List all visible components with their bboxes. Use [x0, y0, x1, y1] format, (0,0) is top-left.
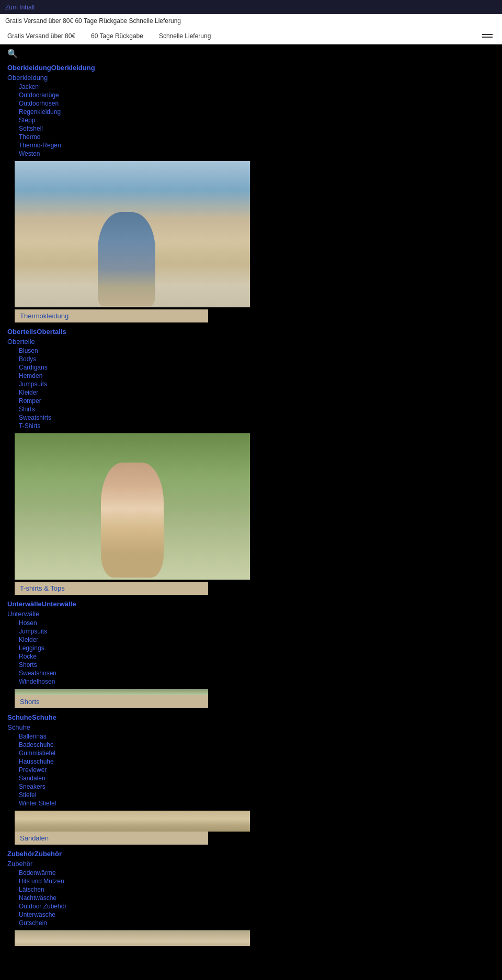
nav-gummistiefel[interactable]: Gummistiefel — [7, 749, 495, 757]
nav-sweatshirts[interactable]: Sweatshirts — [7, 413, 495, 422]
nav-romper[interactable]: Romper — [7, 397, 495, 405]
nav-softshell[interactable]: Softshell — [7, 124, 495, 133]
nav-oberteile-sub[interactable]: Oberteile — [7, 337, 495, 347]
search-icon[interactable]: 🔍 — [7, 49, 18, 59]
header-shipping: Gratis Versand über 80€ — [7, 32, 75, 40]
nav-outdoorhosen[interactable]: Outdoorhosen — [7, 99, 495, 108]
hamburger-line-2 — [482, 37, 493, 38]
sandalen-image — [15, 811, 250, 832]
nav-hausschuhe[interactable]: Hausschuhe — [7, 757, 495, 766]
shorts-section: Shorts — [15, 689, 495, 708]
nav-hosen[interactable]: Hosen — [7, 619, 495, 627]
nav-oberteile-main[interactable]: OberteilsObertails — [7, 327, 495, 337]
nav-section-oberkleidung: OberkleidungOberkleidung Oberkleidung Ja… — [7, 63, 495, 158]
nav-cardigans[interactable]: Cardigans — [7, 363, 495, 372]
nav-previewer[interactable]: Previewer — [7, 766, 495, 774]
beach-boy-placeholder — [15, 161, 250, 307]
hamburger-line-1 — [482, 34, 493, 35]
header-delivery: Schnelle Lieferung — [159, 32, 211, 40]
nav-tshirts[interactable]: T-Shirts — [7, 422, 495, 430]
nav-hits-mützen[interactable]: Hits und Mützen — [7, 877, 495, 885]
nav-schuhe-main[interactable]: SchuheSchuhe — [7, 712, 495, 722]
grass-girl-placeholder — [15, 433, 250, 580]
search-bar: 🔍 — [0, 44, 502, 63]
nav-kleider-2[interactable]: Kleider — [7, 636, 495, 644]
nav-westen[interactable]: Westen — [7, 149, 495, 158]
thermokleidung-link[interactable]: Thermokleidung — [20, 312, 69, 320]
thermokleidung-label-bar: Thermokleidung — [15, 309, 208, 322]
shorts-image-bar — [15, 689, 208, 695]
nav-outdooranüge[interactable]: Outdooranüge — [7, 91, 495, 99]
nav-bodenwärme[interactable]: Bodenwärme — [7, 869, 495, 877]
announcement-text: Gratis Versand über 80€ 60 Tage Rückgabe… — [5, 17, 181, 25]
nav-shorts[interactable]: Shorts — [7, 661, 495, 669]
nav-thermo[interactable]: Thermo — [7, 133, 495, 141]
nav-jumpsuits[interactable]: Jumpsuits — [7, 380, 495, 388]
nav-sandalen[interactable]: Sandalen — [7, 774, 495, 782]
nav-outdoor-zubehör[interactable]: Outdoor Zubehör — [7, 902, 495, 910]
nav-windelhosen[interactable]: Windelhosen — [7, 677, 495, 686]
main-nav: OberkleidungOberkleidung Oberkleidung Ja… — [0, 63, 502, 951]
nav-stiefel[interactable]: Stiefel — [7, 791, 495, 799]
announcement-bar: Gratis Versand über 80€ 60 Tage Rückgabe… — [0, 14, 502, 28]
thermokleidung-section: Thermokleidung — [15, 161, 495, 322]
nav-blusen[interactable]: Blusen — [7, 347, 495, 355]
nav-stepp[interactable]: Stepp — [7, 116, 495, 124]
sandalen-label-bar: Sandalen — [15, 832, 208, 845]
tshirts-section: T-shirts & Tops — [15, 433, 495, 595]
header-nav: Gratis Versand über 80€ 60 Tage Rückgabe… — [0, 28, 502, 44]
shorts-label-bar: Shorts — [15, 695, 208, 708]
nav-oberkleidung-sub[interactable]: Oberkleidung — [7, 73, 495, 83]
nav-section-schuhe: SchuheSchuhe Schuhe Ballerinas Badeschuh… — [7, 712, 495, 808]
nav-gutschein[interactable]: Gutschein — [7, 919, 495, 927]
nav-section-zubehör: ZubehörZubehör Zubehör Bodenwärme Hits u… — [7, 849, 495, 927]
nav-jacken[interactable]: Jacken — [7, 83, 495, 91]
header-return: 60 Tage Rückgabe — [91, 32, 143, 40]
skip-link[interactable]: Zum Inhalt — [5, 4, 35, 11]
nav-lätschen[interactable]: Lätschen — [7, 885, 495, 894]
nav-badeschuhe[interactable]: Badeschuhe — [7, 741, 495, 749]
nav-zubehör-sub[interactable]: Zubehör — [7, 859, 495, 869]
tshirts-link[interactable]: T-shirts & Tops — [20, 584, 65, 592]
nav-sweatshosen[interactable]: Sweatshosen — [7, 669, 495, 677]
nav-bodys[interactable]: Bodys — [7, 355, 495, 363]
nav-sneakers[interactable]: Sneakers — [7, 782, 495, 791]
nav-section-unterwälle: UnterwälleUnterwälle Unterwälle Hosen Ju… — [7, 599, 495, 686]
nav-leggings[interactable]: Leggings — [7, 644, 495, 652]
skip-bar: Zum Inhalt — [0, 0, 502, 14]
nav-shirts[interactable]: Shirts — [7, 405, 495, 413]
tshirts-label-bar: T-shirts & Tops — [15, 582, 208, 595]
nav-hemden[interactable]: Hemden — [7, 372, 495, 380]
nav-jumpsuits-2[interactable]: Jumpsuits — [7, 627, 495, 636]
nav-section-oberteile: OberteilsObertails Oberteile Blusen Body… — [7, 327, 495, 430]
nav-unterwäsche[interactable]: Unterwäsche — [7, 910, 495, 919]
zubehör-image — [15, 930, 250, 946]
nav-ballerinas[interactable]: Ballerinas — [7, 732, 495, 741]
nav-thermo-regen[interactable]: Thermo-Regen — [7, 141, 495, 149]
nav-nachtwäsche[interactable]: Nachtwäsche — [7, 894, 495, 902]
thermokleidung-image — [15, 161, 250, 307]
nav-unterwälle-main[interactable]: UnterwälleUnterwälle — [7, 599, 495, 609]
tshirts-image — [15, 433, 250, 580]
nav-regenkleidung[interactable]: Regenkleidung — [7, 108, 495, 116]
zubehör-image-section — [15, 930, 495, 946]
sandalen-section: Sandalen — [15, 811, 495, 845]
shorts-link[interactable]: Shorts — [20, 698, 40, 706]
nav-unterwälle-sub[interactable]: Unterwälle — [7, 609, 495, 619]
nav-kleider[interactable]: Kleider — [7, 388, 495, 397]
nav-oberkleidung-main[interactable]: OberkleidungOberkleidung — [7, 63, 495, 73]
nav-zubehör-main[interactable]: ZubehörZubehör — [7, 849, 495, 859]
hamburger-button[interactable] — [480, 32, 495, 40]
nav-winter-stiefel[interactable]: Winter Stiefel — [7, 799, 495, 808]
nav-schuhe-sub[interactable]: Schuhe — [7, 722, 495, 732]
nav-röcke[interactable]: Röcke — [7, 652, 495, 661]
sandalen-link[interactable]: Sandalen — [20, 834, 49, 842]
